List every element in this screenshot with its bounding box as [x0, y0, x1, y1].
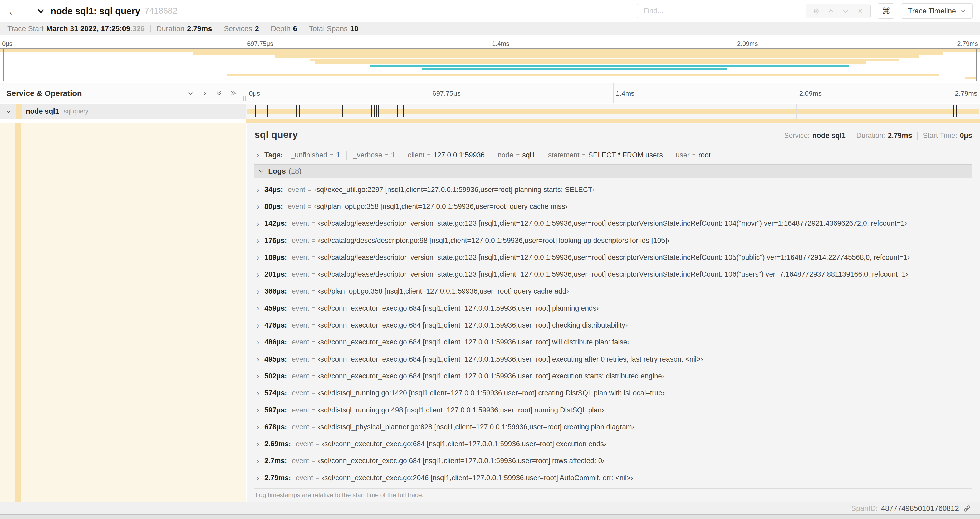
double-chevron-down-icon [215, 90, 222, 97]
log-row[interactable]: ›189μs:event=‹sql/catalog/lease/descript… [255, 249, 972, 266]
expand-all-button[interactable] [230, 90, 237, 97]
span-row[interactable]: node sql1 sql query [0, 104, 980, 119]
equals-sign: = [312, 373, 315, 380]
span-operation-name: sql query [64, 108, 88, 115]
focus-target-icon[interactable] [812, 6, 821, 16]
trace-collapse-toggle[interactable] [37, 6, 45, 16]
log-row[interactable]: ›80μs:event=‹sql/plan_opt.go:358 [nsql1,… [255, 198, 972, 215]
log-field-key: event [292, 219, 309, 228]
collapse-all-button[interactable] [215, 90, 222, 97]
summary-value-suffix: .326 [130, 24, 145, 33]
minimap-canvas[interactable] [0, 48, 980, 81]
summary-label: Services [224, 24, 252, 33]
overview-label: Start Time: [923, 132, 957, 140]
double-chevron-right-icon [230, 90, 237, 97]
find-input[interactable] [637, 5, 806, 18]
collapse-one-button[interactable] [187, 90, 194, 97]
span-collapse-toggle[interactable] [5, 109, 11, 115]
tags-accordion[interactable]: › Tags: _unfinished=1_verbose=1client=12… [255, 150, 972, 160]
log-row[interactable]: ›597μs:event=‹sql/distsql_running.go:498… [255, 402, 972, 418]
log-row[interactable]: ›574μs:event=‹sql/distsql_running.go:142… [255, 385, 972, 402]
log-marker-tick[interactable] [956, 105, 956, 117]
log-row[interactable]: ›366μs:event=‹sql/plan_opt.go:358 [nsql1… [255, 283, 972, 300]
log-marker-tick[interactable] [425, 105, 425, 117]
summary-value: 6 [293, 24, 298, 33]
log-timestamp: 2.69ms: [264, 440, 291, 448]
detail-overview: Service:node sql1Duration:2.79msStart Ti… [784, 132, 972, 140]
span-row-name-cell[interactable]: node sql1 sql query [0, 104, 246, 119]
minimap-left-scrubber[interactable] [3, 48, 4, 81]
log-marker-tick[interactable] [296, 105, 297, 117]
log-marker-tick[interactable] [403, 105, 404, 117]
log-marker-tick[interactable] [299, 105, 300, 117]
minimap-tick-labels: 0μs697.75μs1.4ms2.09ms2.79ms [0, 39, 980, 48]
log-marker-tick[interactable] [255, 105, 256, 117]
tag-value: 127.0.0.1:59936 [433, 151, 485, 159]
separator [303, 25, 303, 32]
log-marker-tick[interactable] [377, 105, 377, 117]
tag-value: 1 [391, 151, 395, 159]
log-row[interactable]: ›459μs:event=‹sql/conn_executor_exec.go:… [255, 300, 972, 317]
log-marker-tick[interactable] [367, 105, 368, 117]
chevron-down-icon [842, 7, 850, 15]
copy-link-icon[interactable] [963, 505, 971, 513]
logs-label: Logs [268, 167, 286, 176]
log-row[interactable]: ›502μs:event=‹sql/conn_executor_exec.go:… [255, 367, 972, 385]
log-row[interactable]: ›34μs:event=‹sql/exec_util.go:2297 [nsql… [255, 181, 972, 198]
log-row[interactable]: ›678μs:event=‹sql/distsql_physical_plann… [255, 418, 972, 435]
back-button[interactable]: ← [0, 0, 26, 22]
log-marker-tick[interactable] [979, 105, 979, 117]
tick-label: 0μs [2, 40, 13, 48]
log-marker-tick[interactable] [374, 105, 375, 117]
log-row[interactable]: ›201μs:event=‹sql/catalog/lease/descript… [255, 266, 972, 283]
log-row[interactable]: ›2.79ms:event=‹sql/conn_executor_exec.go… [255, 469, 972, 486]
span-row-timeline[interactable] [246, 104, 980, 119]
log-marker-tick[interactable] [267, 105, 268, 117]
column-resizer-handle[interactable] [243, 96, 245, 101]
detail-left-column [0, 123, 246, 502]
log-marker-tick[interactable] [342, 105, 343, 117]
logs-accordion-header[interactable]: Logs (18) [255, 164, 972, 178]
top-bar: ← node sql1: sql query 7418682 × ⌘ [0, 0, 980, 22]
log-row[interactable]: ›495μs:event=‹sql/conn_executor_exec.go:… [255, 351, 972, 367]
tag-key: user [676, 151, 690, 159]
log-marker-tick[interactable] [397, 105, 398, 117]
log-timestamp: 176μs: [264, 236, 287, 245]
trace-id: 7418682 [144, 6, 177, 16]
tag-chip: statement=SELECT * FROM users [542, 150, 670, 160]
log-field-value: ‹sql/catalog/lease/descriptor_version_st… [318, 219, 907, 228]
log-marker-tick[interactable] [378, 105, 379, 117]
equals-sign: = [312, 271, 315, 278]
next-result-button[interactable] [841, 6, 850, 16]
log-row[interactable]: ›176μs:event=‹sql/catalog/descs/descript… [255, 232, 972, 249]
log-row[interactable]: ›486μs:event=‹sql/conn_executor_exec.go:… [255, 334, 972, 351]
log-marker-tick[interactable] [293, 105, 293, 117]
log-marker-tick[interactable] [953, 105, 954, 117]
tag-value: 1 [336, 151, 340, 159]
prev-result-button[interactable] [826, 6, 835, 16]
equals-sign: = [312, 407, 315, 414]
log-row[interactable]: ›142μs:event=‹sql/catalog/lease/descript… [255, 215, 972, 232]
span-detail-panel: sql query Service:node sql1Duration:2.79… [247, 123, 980, 502]
expand-one-button[interactable] [201, 90, 208, 97]
chevron-down-icon [187, 90, 194, 97]
log-row[interactable]: ›476μs:event=‹sql/conn_executor_exec.go:… [255, 317, 972, 334]
minimap-right-scrubber[interactable] [976, 48, 977, 81]
log-field-key: event [296, 474, 313, 482]
log-marker-tick[interactable] [371, 105, 372, 117]
log-row[interactable]: ›2.69ms:event=‹sql/conn_executor_exec.go… [255, 435, 972, 452]
log-timestamp: 502μs: [264, 372, 287, 380]
logs-footnote: Log timestamps are relative to the start… [255, 489, 972, 499]
view-dropdown[interactable]: Trace Timeline [901, 3, 973, 19]
chevron-right-icon: › [255, 236, 261, 245]
clear-search-button[interactable]: × [856, 6, 865, 16]
gridline [430, 104, 430, 119]
keyboard-shortcuts-button[interactable]: ⌘ [878, 3, 894, 19]
log-row[interactable]: ›2.7ms:event=‹sql/conn_executor_exec.go:… [255, 452, 972, 469]
find-box: × [637, 4, 871, 18]
summary-label: Duration [156, 24, 185, 33]
tags-label: Tags: [264, 151, 283, 159]
header-controls: × ⌘ Trace Timeline [637, 3, 973, 19]
log-marker-tick[interactable] [284, 105, 284, 117]
gridline [797, 83, 797, 103]
